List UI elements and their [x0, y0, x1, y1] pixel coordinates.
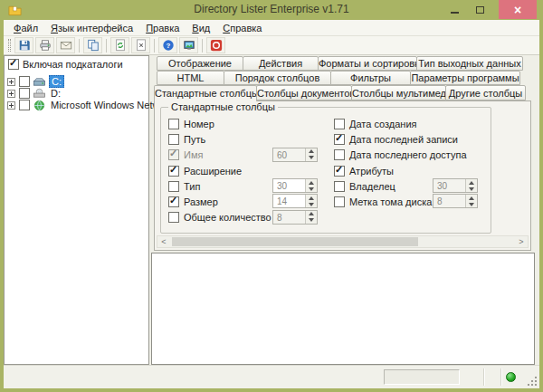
tree-item-drive-c[interactable]: C:: [7, 75, 64, 88]
save-button[interactable]: [14, 37, 33, 53]
tab-document-columns[interactable]: Столбцы документов: [256, 85, 352, 100]
network-checkbox[interactable]: [19, 100, 30, 110]
tab-other-columns[interactable]: Другие столбцы: [445, 85, 526, 100]
volume-label-checkbox[interactable]: [334, 196, 345, 207]
spin-down-icon[interactable]: [306, 201, 317, 207]
resize-grip[interactable]: [527, 376, 538, 387]
scrollbar-track[interactable]: [170, 236, 515, 247]
spin-up-icon[interactable]: [466, 179, 477, 186]
path-checkbox[interactable]: [168, 134, 179, 145]
print-button[interactable]: [35, 37, 54, 53]
include-subfolders-label: Включая подкаталоги: [23, 59, 123, 70]
spin-down-icon[interactable]: [306, 186, 317, 192]
drive-d-label[interactable]: D:: [49, 88, 62, 99]
horizontal-scrollbar[interactable]: < >: [157, 235, 529, 248]
extension-checkbox[interactable]: [168, 166, 179, 177]
tab-program-options[interactable]: Параметры программы: [410, 71, 520, 85]
network-icon: [33, 100, 46, 111]
expand-icon[interactable]: [7, 90, 15, 98]
save-icon: [18, 39, 31, 52]
tab-row-1: Отображение Действия Форматы и сортировк…: [157, 56, 522, 71]
directory-tree-panel: Включая подкаталоги C:: [4, 55, 149, 365]
preview-button[interactable]: [179, 37, 198, 53]
scrollbar-thumb[interactable]: [172, 237, 418, 246]
menu-edit[interactable]: Правка: [139, 22, 186, 34]
exit-icon: [210, 39, 223, 52]
size-width-spinner[interactable]: 14: [272, 194, 318, 208]
expand-icon[interactable]: [7, 101, 15, 110]
tab-display[interactable]: Отображение: [157, 56, 243, 71]
spin-up-icon[interactable]: [306, 179, 317, 186]
tree-item-drive-d[interactable]: D:: [7, 87, 62, 100]
spin-up-icon[interactable]: [306, 148, 317, 155]
scroll-left-icon[interactable]: <: [157, 236, 170, 247]
type-width-spinner[interactable]: 30: [272, 178, 318, 193]
tab-filters[interactable]: Фильтры: [330, 71, 411, 85]
menu-view[interactable]: Вид: [186, 22, 216, 34]
name-checkbox: [168, 149, 179, 160]
statusbar-separator: [483, 368, 484, 386]
total-files-checkbox[interactable]: [168, 212, 179, 223]
tab-multimedia-columns[interactable]: Столбцы мультимедиа: [351, 85, 446, 100]
tab-standard-columns[interactable]: Стандартные столбцы: [154, 85, 257, 101]
export-page-button[interactable]: [131, 37, 150, 53]
toolbar-separator: [79, 39, 80, 53]
refresh-button[interactable]: [110, 37, 129, 53]
tree-item-network[interactable]: Microsoft Windows Network: [7, 99, 176, 111]
email-icon: [60, 39, 72, 52]
tab-formats-sorting[interactable]: Форматы и сортировка: [318, 56, 417, 71]
client-area: Файл Язык интерфейса Правка Вид Справка: [4, 20, 539, 388]
toolbar-separator: [106, 39, 107, 53]
tab-html[interactable]: HTML: [157, 71, 224, 85]
type-checkbox[interactable]: [168, 181, 179, 192]
email-button[interactable]: [56, 37, 75, 53]
spin-up-icon[interactable]: [466, 195, 477, 201]
scroll-right-icon[interactable]: >: [515, 236, 528, 247]
exit-button[interactable]: [206, 37, 225, 53]
help-button[interactable]: ?: [158, 37, 177, 53]
tab-column-order[interactable]: Порядок столбцов: [224, 71, 331, 85]
spin-up-icon[interactable]: [306, 211, 317, 217]
tab-actions[interactable]: Действия: [243, 56, 319, 71]
attributes-checkbox[interactable]: [334, 166, 345, 177]
menu-help[interactable]: Справка: [216, 22, 268, 34]
tab-output-type[interactable]: Тип выходных данных: [416, 56, 523, 71]
hard-drive-icon: [33, 76, 46, 88]
option-attributes: Атрибуты: [334, 163, 483, 178]
option-type: Тип 30: [168, 178, 322, 194]
spin-down-icon[interactable]: [306, 217, 317, 224]
option-owner: Владелец 30: [334, 178, 483, 194]
option-volume-label: Метка тома диска 8: [334, 194, 483, 209]
size-checkbox[interactable]: [168, 196, 179, 207]
maximize-button[interactable]: [469, 0, 491, 19]
spin-up-icon[interactable]: [306, 195, 317, 201]
drive-c-checkbox[interactable]: [19, 76, 30, 87]
option-number: Номер: [168, 116, 322, 131]
menu-interface-language[interactable]: Язык интерфейса: [44, 22, 139, 34]
expand-icon[interactable]: [7, 78, 15, 86]
name-width-spinner: 60: [272, 148, 318, 162]
toolbar-grip[interactable]: [8, 39, 11, 52]
standard-columns-groupbox: Стандартные столбцы Номер Путь Имя: [160, 107, 491, 234]
drive-d-checkbox[interactable]: [19, 88, 30, 99]
app-window: Directory Lister Enterprise v1.71 × Файл…: [0, 0, 543, 392]
owner-checkbox[interactable]: [334, 181, 345, 192]
drive-c-label[interactable]: C:: [49, 75, 64, 88]
date-created-checkbox[interactable]: [334, 119, 345, 129]
status-led-icon: [506, 372, 516, 382]
options-column-right: Дата создания Дата последней записи Дата…: [334, 116, 483, 210]
date-accessed-checkbox[interactable]: [334, 149, 345, 160]
minimize-button[interactable]: [443, 0, 465, 19]
tab-row-3: Стандартные столбцы Столбцы документов С…: [154, 85, 525, 101]
number-checkbox[interactable]: [168, 119, 179, 129]
spin-down-icon[interactable]: [466, 201, 477, 207]
copy-button[interactable]: [83, 37, 102, 53]
spin-down-icon[interactable]: [306, 155, 317, 161]
include-subfolders-option[interactable]: Включая подкаталоги: [8, 59, 123, 70]
menu-file[interactable]: Файл: [7, 22, 44, 34]
close-button[interactable]: ×: [499, 0, 537, 19]
spin-down-icon[interactable]: [466, 186, 477, 192]
date-modified-checkbox[interactable]: [334, 134, 345, 145]
include-subfolders-checkbox[interactable]: [8, 59, 19, 70]
svg-text:?: ?: [166, 42, 170, 50]
